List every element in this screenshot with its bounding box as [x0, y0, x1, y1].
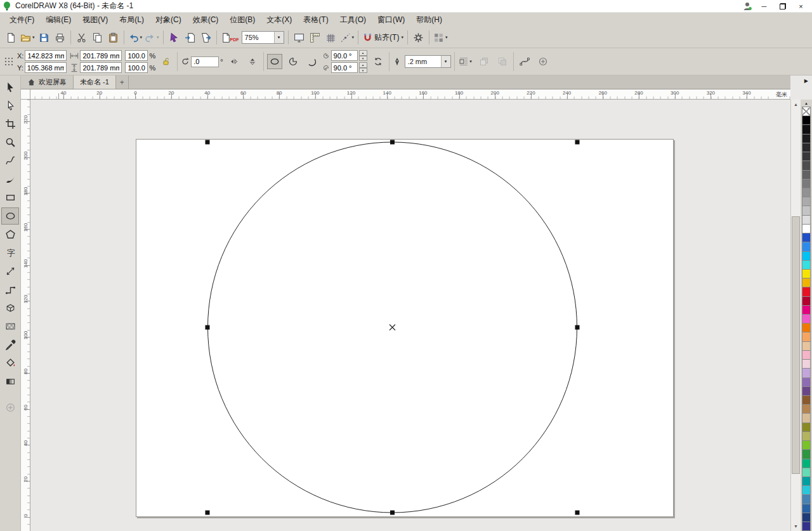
snap-to-button[interactable]: 贴齐(T)▾ [361, 29, 405, 46]
freehand-tool[interactable] [1, 152, 19, 169]
export-button[interactable] [198, 29, 214, 46]
color-swatch-mint[interactable] [802, 468, 811, 477]
vertical-scrollbar[interactable]: ▲ ▼ [790, 100, 801, 531]
import-button[interactable] [182, 29, 198, 46]
color-swatch-violet[interactable] [802, 377, 811, 387]
tab-document[interactable]: 未命名 -1 [74, 75, 116, 89]
color-swatch-gray-70[interactable] [802, 161, 811, 170]
color-swatch-blue[interactable] [802, 233, 811, 242]
ellipse-tool[interactable] [1, 207, 19, 225]
color-swatch-navy[interactable] [802, 513, 811, 522]
color-swatch-gray-95[interactable] [802, 124, 811, 134]
menu-table[interactable]: 表格(T) [298, 13, 334, 27]
width-input[interactable] [80, 50, 122, 61]
color-swatch-tan[interactable] [802, 341, 811, 351]
color-swatch-green[interactable] [802, 449, 811, 459]
color-swatch-gray-50[interactable] [802, 179, 811, 188]
height-input[interactable] [80, 62, 122, 73]
start-angle-input[interactable] [331, 50, 358, 61]
selection-handle-middle-left[interactable] [206, 325, 210, 330]
docker-expand-icon[interactable]: ▶ [804, 78, 808, 84]
selection-handle-top-right[interactable] [575, 140, 580, 145]
show-grid-button[interactable] [323, 29, 339, 46]
menu-view[interactable]: 视图(V) [77, 13, 114, 27]
color-swatch-khaki[interactable] [802, 431, 811, 441]
parallel-dimension-tool[interactable] [1, 263, 19, 280]
scrollbar-thumb[interactable] [792, 216, 800, 474]
color-swatch-caramel[interactable] [802, 404, 811, 414]
tab-welcome-screen[interactable]: 欢迎屏幕 [21, 75, 74, 89]
publish-pdf-button[interactable]: PDF [219, 29, 240, 46]
outline-width-combo[interactable]: .2 mm ▾ [405, 55, 451, 68]
to-front-button[interactable] [476, 54, 492, 69]
wrap-text-button[interactable]: ▾ [458, 54, 473, 69]
dynamic-guides-button[interactable]: ▾ [339, 29, 356, 46]
color-swatch-emerald[interactable] [802, 459, 811, 468]
customize-toolbox-button[interactable] [1, 399, 19, 416]
vertical-ruler[interactable]: 220200180160140120100806040200 [21, 100, 30, 531]
fill-tool[interactable] [1, 355, 19, 372]
start-angle-down-button[interactable]: ▾ [359, 56, 367, 62]
user-account-icon[interactable] [740, 1, 755, 11]
convert-to-curves-button[interactable] [517, 54, 532, 69]
cut-button[interactable] [74, 29, 89, 46]
start-angle-up-button[interactable]: ▴ [359, 50, 367, 56]
connector-tool[interactable] [1, 281, 19, 298]
transparency-tool[interactable] [1, 318, 19, 335]
extrude-tool[interactable] [1, 299, 19, 317]
color-swatch-lavender[interactable] [802, 368, 811, 377]
x-position-input[interactable] [25, 50, 67, 61]
drawing-canvas[interactable]: 220200180160140120100806040200 [21, 100, 790, 531]
color-swatch-gray-85[interactable] [802, 143, 811, 152]
zoom-tool[interactable] [1, 134, 19, 151]
color-swatch-sand[interactable] [802, 413, 811, 423]
color-swatch-peach[interactable] [802, 332, 811, 341]
text-tool[interactable]: 字 [1, 244, 19, 261]
color-swatch-gray-10[interactable] [802, 215, 811, 225]
color-swatch-olive[interactable] [802, 423, 811, 432]
rotation-angle-input[interactable] [191, 56, 219, 67]
color-swatch-ocean[interactable] [802, 504, 811, 513]
menu-object[interactable]: 对象(C) [150, 13, 187, 27]
join-curves-button[interactable] [535, 54, 551, 69]
selection-handle-bottom-center[interactable] [390, 511, 395, 515]
outline-width-dropdown-icon[interactable]: ▾ [441, 56, 450, 67]
mirror-vertical-button[interactable] [245, 54, 260, 69]
crop-tool[interactable] [1, 115, 19, 133]
color-swatch-orange[interactable] [802, 323, 811, 332]
new-document-button[interactable] [3, 29, 19, 46]
color-swatch-gold[interactable] [802, 278, 811, 287]
color-eyedropper-tool[interactable] [1, 336, 19, 353]
copy-button[interactable] [89, 29, 105, 46]
menu-text[interactable]: 文本(X) [261, 13, 298, 27]
color-swatch-rose[interactable] [802, 359, 811, 369]
color-swatch-lime[interactable] [802, 440, 811, 450]
menu-window[interactable]: 窗口(W) [372, 13, 410, 27]
color-swatch-no-color[interactable] [802, 107, 811, 116]
menu-edit[interactable]: 编辑(E) [40, 13, 77, 27]
color-swatch-steel-blue[interactable] [802, 494, 811, 504]
color-swatch-gray-60[interactable] [802, 170, 811, 180]
print-button[interactable] [52, 29, 68, 46]
end-angle-up-button[interactable]: ▴ [359, 62, 367, 68]
color-swatch-azure[interactable] [802, 242, 811, 251]
end-angle-input[interactable] [331, 62, 358, 73]
minimize-button[interactable]: ─ [755, 0, 773, 12]
zoom-level-combo[interactable]: 75%▾ [240, 29, 285, 46]
shape-tool[interactable] [1, 97, 19, 114]
polygon-tool[interactable] [1, 226, 19, 243]
app-launcher-button[interactable]: ▾ [432, 29, 449, 46]
color-swatch-white[interactable] [802, 224, 811, 233]
end-angle-down-button[interactable]: ▾ [359, 68, 367, 74]
lock-ratio-button[interactable] [159, 54, 174, 69]
color-swatch-brown[interactable] [802, 395, 811, 405]
color-swatch-teal[interactable] [802, 476, 811, 486]
menu-layout[interactable]: 布局(L) [114, 13, 150, 27]
menu-bitmaps[interactable]: 位图(B) [224, 13, 261, 27]
menu-tools[interactable]: 工具(O) [334, 13, 372, 27]
color-swatch-pink[interactable] [802, 350, 811, 360]
selection-handle-bottom-right[interactable] [575, 511, 580, 515]
color-swatch-gray-80[interactable] [802, 152, 811, 161]
menu-file[interactable]: 文件(F) [4, 13, 40, 27]
zoom-level-dropdown-icon[interactable]: ▾ [274, 32, 284, 43]
